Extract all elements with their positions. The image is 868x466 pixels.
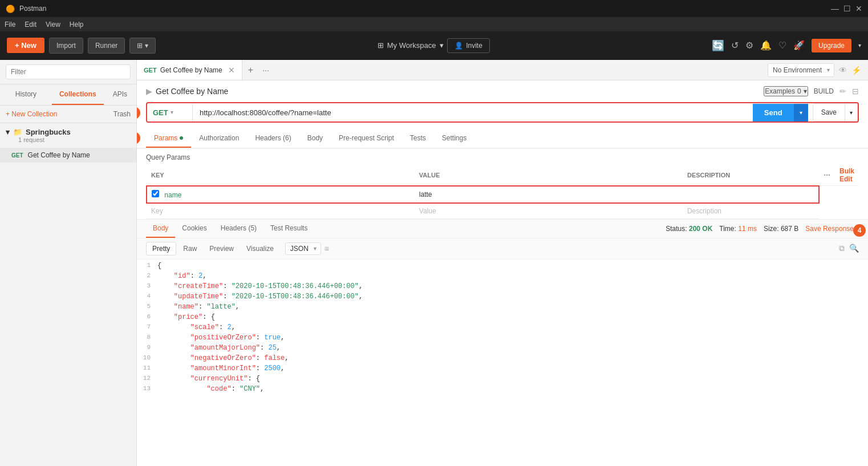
menu-view[interactable]: View <box>46 21 60 29</box>
search-icon[interactable]: 🔍 <box>849 244 859 253</box>
param-desc-cell <box>683 186 819 203</box>
table-header-row: KEY VALUE DESCRIPTION ··· Bulk Edit <box>146 165 859 219</box>
send-button-group: Send ▾ <box>753 104 808 121</box>
send-button[interactable]: Send <box>753 104 794 121</box>
runner-button[interactable]: Runner <box>88 38 125 54</box>
method-selector[interactable]: GET ▾ <box>147 104 193 121</box>
response-tab-body[interactable]: Body <box>146 220 175 238</box>
menubar: File Edit View Help <box>0 17 868 31</box>
env-select[interactable]: No Environment <box>768 63 834 77</box>
col-key: KEY <box>147 165 415 186</box>
status-label: Status: 200 OK <box>666 225 712 233</box>
minimize-btn[interactable]: — <box>831 4 839 13</box>
bulk-edit-button[interactable]: Bulk Edit <box>839 167 854 183</box>
close-btn[interactable]: ✕ <box>855 4 862 13</box>
response-tab-headers[interactable]: Headers (5) <box>214 220 263 238</box>
menu-help[interactable]: Help <box>70 21 84 29</box>
menu-edit[interactable]: Edit <box>25 21 36 29</box>
wrap-lines-icon[interactable]: ≡ <box>325 244 329 253</box>
tab-authorization[interactable]: Authorization <box>191 129 247 148</box>
tab-bar: GET Get Coffee by Name ✕ + ··· No Enviro… <box>137 60 868 80</box>
sidebar-tab-collections[interactable]: Collections <box>52 84 104 105</box>
body-tab-raw[interactable]: Raw <box>177 242 202 255</box>
trash-button[interactable]: Trash <box>113 110 131 118</box>
maximize-btn[interactable]: ☐ <box>843 4 851 13</box>
request-tab-get-coffee[interactable]: GET Get Coffee by Name ✕ <box>137 60 242 80</box>
request-title-row: ▶ Get Coffee by Name Examples 0 ▾ BUILD … <box>146 86 859 96</box>
params-table: KEY VALUE DESCRIPTION ··· Bulk Edit <box>146 165 859 219</box>
filter-input[interactable] <box>6 64 131 79</box>
tab-headers[interactable]: Headers (6) <box>247 129 299 148</box>
save-dropdown-button[interactable]: ▾ <box>845 103 858 121</box>
copy-icon[interactable]: ⧉ <box>839 244 845 253</box>
col-bulk-edit: Bulk Edit <box>835 165 859 186</box>
new-collection-button[interactable]: + New Collection Trash <box>0 106 136 123</box>
tab-add-button[interactable]: + <box>242 65 259 75</box>
sidebar-tab-history[interactable]: History <box>0 84 52 105</box>
request-item-get-coffee[interactable]: GET Get Coffee by Name <box>0 148 136 163</box>
response-tab-test-results[interactable]: Test Results <box>263 220 314 238</box>
request-method-badge: GET <box>11 152 23 159</box>
url-input[interactable] <box>193 104 753 121</box>
code-line-8: 8 "positiveOrZero": true, <box>137 334 868 344</box>
body-tab-visualize[interactable]: Visualize <box>241 242 279 255</box>
edit-icon[interactable]: ✏ <box>839 87 846 96</box>
param-checkbox-0[interactable] <box>152 190 159 197</box>
tab-params[interactable]: Params <box>146 129 191 148</box>
env-selector-wrapper: No Environment <box>768 63 834 77</box>
examples-button[interactable]: Examples 0 ▾ <box>764 86 808 96</box>
param-key-placeholder[interactable]: Key <box>147 203 415 219</box>
body-tab-pretty[interactable]: Pretty <box>146 242 176 256</box>
upgrade-button[interactable]: Upgrade <box>812 39 851 52</box>
eye-icon[interactable]: 👁 <box>839 66 847 75</box>
tab-settings[interactable]: Settings <box>434 129 474 148</box>
rocket-icon[interactable]: 🚀 <box>793 40 805 51</box>
param-value-cell: latte <box>415 186 683 203</box>
new-collection-label: + New Collection <box>6 110 57 118</box>
sync-icon[interactable]: 🔄 <box>712 39 724 52</box>
menu-file[interactable]: File <box>5 21 15 29</box>
sidebar-search-area <box>0 60 136 84</box>
format-select[interactable]: JSON <box>285 242 321 255</box>
workspace-icon: ⊞ <box>378 41 384 50</box>
tab-close-icon[interactable]: ✕ <box>228 66 235 75</box>
settings-panel-icon[interactable]: ⚡ <box>851 66 861 75</box>
tab-body[interactable]: Body <box>299 129 331 148</box>
invite-button[interactable]: 👤 Invite <box>447 38 490 53</box>
toolbar-right: 🔄 ↺ ⚙ 🔔 ♡ 🚀 Upgrade ▾ <box>712 39 861 52</box>
table-more-icon[interactable]: ··· <box>824 171 830 180</box>
bell-icon[interactable]: 🔔 <box>760 40 772 51</box>
response-code-view: 1 { 2 "id": 2, 3 "createTime": "2020-10-… <box>137 260 868 467</box>
body-tab-preview[interactable]: Preview <box>204 242 240 255</box>
build-label[interactable]: BUILD <box>814 87 834 95</box>
response-body-tabs: 5 Pretty Raw Preview Visualize JSON ≡ ⧉ … <box>137 238 868 260</box>
new-button[interactable]: + New <box>7 38 44 53</box>
request-breadcrumb: ▶ Get Coffee by Name <box>146 87 228 96</box>
request-name: Get Coffee by Name <box>28 151 90 159</box>
heart-icon[interactable]: ♡ <box>778 40 786 51</box>
upgrade-chevron[interactable]: ▾ <box>858 42 861 48</box>
workspace-button[interactable]: ⊞ My Workspace ▾ <box>378 41 444 50</box>
param-value-placeholder[interactable]: Value <box>415 203 683 219</box>
save-response-button[interactable]: Save Response ▾ <box>805 225 859 233</box>
sidebar-tab-apis[interactable]: APIs <box>104 84 136 105</box>
tab-prerequest[interactable]: Pre-request Script <box>331 129 402 148</box>
save-button[interactable]: Save <box>813 103 845 121</box>
collection-name: Springbucks <box>26 128 71 136</box>
content-area: GET Get Coffee by Name ✕ + ··· No Enviro… <box>137 60 868 466</box>
window-controls[interactable]: — ☐ ✕ <box>831 4 862 13</box>
history-icon[interactable]: ↺ <box>731 40 739 51</box>
layout-button[interactable]: ⊞ ▾ <box>129 38 155 54</box>
collection-springbucks[interactable]: ▾ 📁 Springbucks 1 request <box>0 123 136 148</box>
layout-icon[interactable]: ⊟ <box>852 87 859 96</box>
settings-icon[interactable]: ⚙ <box>745 40 753 51</box>
code-line-3: 3 "createTime": "2020-10-15T00:48:36.446… <box>137 282 868 293</box>
response-tab-cookies[interactable]: Cookies <box>175 220 213 238</box>
import-button[interactable]: Import <box>49 38 83 54</box>
response-section: Body Cookies Headers (5) Test Results St… <box>137 219 868 467</box>
send-dropdown-button[interactable]: ▾ <box>794 104 808 121</box>
tab-more-button[interactable]: ··· <box>259 66 273 75</box>
tab-tests[interactable]: Tests <box>402 129 434 148</box>
param-placeholder-row: Key Value Description <box>147 203 859 219</box>
param-desc-placeholder[interactable]: Description <box>683 203 819 219</box>
